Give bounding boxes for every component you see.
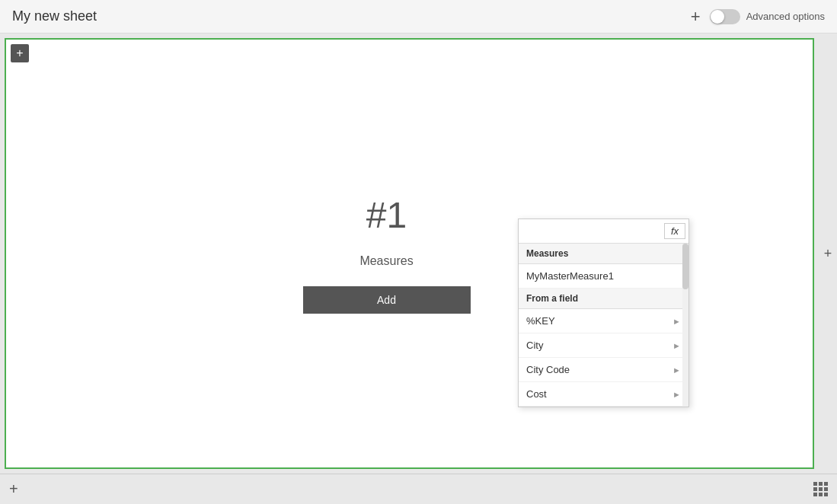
grid-cell: [813, 487, 817, 491]
right-expand-button[interactable]: +: [819, 33, 837, 474]
field-key-label: %KEY: [526, 315, 555, 327]
main-area: + #1 Measures Add fx Measures MyMasterMe: [0, 33, 837, 474]
add-button[interactable]: +: [691, 8, 701, 25]
field-item-cost[interactable]: Cost ►: [519, 382, 688, 407]
grid-cell: [813, 482, 817, 486]
grid-cell: [824, 493, 828, 496]
dropdown-scrollbar[interactable]: [682, 244, 688, 407]
bottom-bar: +: [0, 474, 837, 504]
field-item-city[interactable]: City ►: [519, 333, 688, 358]
header: My new sheet + Advanced options: [0, 0, 837, 33]
dropdown-search-input[interactable]: [522, 222, 664, 240]
advanced-options-toggle[interactable]: [710, 9, 740, 24]
canvas-area: + #1 Measures Add fx Measures MyMasterMe: [0, 33, 819, 474]
field-item-key[interactable]: %KEY ►: [519, 309, 688, 333]
chart-placeholder: #1 Measures Add: [303, 194, 471, 314]
grid-cell: [824, 487, 828, 491]
grid-cell: [813, 493, 817, 496]
grid-cell: [819, 482, 823, 486]
chevron-right-icon: ►: [672, 317, 681, 326]
chart-number: #1: [366, 194, 407, 236]
expand-icon: +: [824, 246, 832, 262]
field-city-code-label: City Code: [526, 364, 570, 375]
grid-cell: [819, 487, 823, 491]
dropdown-panel: fx Measures MyMasterMeasure1 From a fiel…: [518, 219, 689, 407]
master-measure-item[interactable]: MyMasterMeasure1: [519, 264, 688, 289]
field-cost-label: Cost: [526, 388, 547, 400]
add-measure-button[interactable]: Add: [303, 286, 471, 314]
field-city-label: City: [526, 340, 543, 351]
grid-cell: [819, 493, 823, 496]
page-title: My new sheet: [12, 8, 97, 24]
grid-cell: [824, 482, 828, 486]
measures-label: Measures: [359, 254, 413, 268]
sheet-canvas: + #1 Measures Add fx Measures MyMasterMe: [5, 38, 814, 469]
header-actions: + Advanced options: [691, 8, 825, 25]
master-measure-label: MyMasterMeasure1: [526, 270, 614, 282]
chevron-right-icon: ►: [672, 365, 681, 375]
scroll-thumb: [682, 244, 688, 289]
bottom-add-button[interactable]: +: [9, 480, 18, 498]
grid-view-button[interactable]: [813, 482, 828, 496]
from-field-section-header: From a field: [519, 289, 688, 309]
toggle-knob: [711, 10, 724, 24]
fx-button[interactable]: fx: [664, 223, 685, 239]
measures-section-header: Measures: [519, 244, 688, 264]
dropdown-search-bar: fx: [519, 219, 688, 244]
toggle-container: Advanced options: [710, 9, 825, 24]
add-visualization-icon[interactable]: +: [11, 44, 29, 62]
field-item-city-code[interactable]: City Code ►: [519, 358, 688, 382]
dropdown-list: Measures MyMasterMeasure1 From a field %…: [519, 244, 688, 407]
advanced-options-label: Advanced options: [746, 11, 825, 22]
chevron-right-icon: ►: [672, 390, 681, 399]
grid-icon: [813, 482, 828, 496]
chevron-right-icon: ►: [672, 341, 681, 350]
